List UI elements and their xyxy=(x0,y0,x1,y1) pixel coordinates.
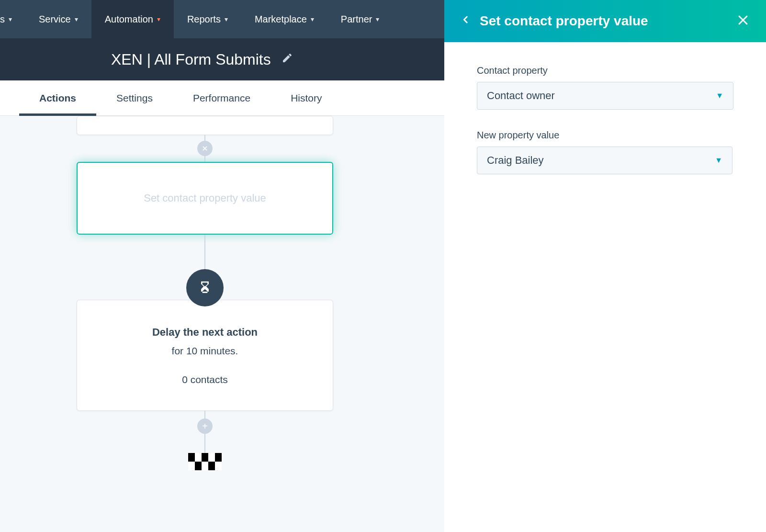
select-value: Craig Bailey xyxy=(487,154,544,167)
delay-title: Delay the next action xyxy=(152,326,258,339)
tab-label: Settings xyxy=(116,92,153,104)
tab-history[interactable]: History xyxy=(270,80,342,115)
nav-label: Marketplace xyxy=(255,14,307,25)
panel-title: Set contact property value xyxy=(480,13,728,29)
flow-connector: + xyxy=(204,411,205,441)
pencil-icon[interactable] xyxy=(282,52,293,67)
workflow-card-previous[interactable] xyxy=(77,116,333,135)
nav-label: Partner xyxy=(341,14,372,25)
flow-connector xyxy=(204,135,205,162)
tab-label: Actions xyxy=(39,92,76,104)
chevron-down-icon: ▾ xyxy=(157,15,160,23)
workflow-flow: Set contact property value Delay the nex… xyxy=(77,116,333,470)
tab-performance[interactable]: Performance xyxy=(173,80,270,115)
nav-item-automation[interactable]: Automation ▾ xyxy=(91,0,174,38)
nav-item-service[interactable]: Service ▾ xyxy=(25,0,91,38)
nav-item-partner[interactable]: Partner ▾ xyxy=(327,0,393,38)
nav-label: Service xyxy=(39,14,71,25)
add-step-button[interactable]: + xyxy=(197,419,213,434)
chevron-down-icon: ▾ xyxy=(75,15,78,23)
hourglass-icon xyxy=(186,269,224,306)
nav-item-marketplace[interactable]: Marketplace ▾ xyxy=(241,0,327,38)
caret-down-icon: ▼ xyxy=(715,156,722,165)
nav-item-truncated[interactable]: s ▾ xyxy=(0,0,25,38)
panel-header: Set contact property value xyxy=(444,0,766,42)
chevron-down-icon: ▾ xyxy=(9,15,12,23)
caret-down-icon: ▼ xyxy=(716,91,723,100)
delay-contacts-count: 0 contacts xyxy=(182,374,228,385)
new-property-value-select[interactable]: Craig Bailey ▼ xyxy=(477,147,732,174)
close-icon[interactable] xyxy=(737,13,749,29)
side-panel: Set contact property value Contact prope… xyxy=(444,0,766,532)
finish-flag-icon xyxy=(188,453,222,470)
card-label: Set contact property value xyxy=(144,192,266,204)
remove-step-button[interactable] xyxy=(197,141,213,156)
flow-connector xyxy=(204,235,205,300)
new-property-value-label: New property value xyxy=(477,130,732,141)
contact-property-label: Contact property xyxy=(477,65,732,76)
panel-body: Contact property Contact owner ▼ New pro… xyxy=(444,42,766,194)
delay-subtitle: for 10 minutes. xyxy=(172,345,238,357)
workflow-card-set-property[interactable]: Set contact property value xyxy=(77,162,333,235)
contact-property-select[interactable]: Contact owner ▼ xyxy=(477,82,733,110)
workflow-card-delay[interactable]: Delay the next action for 10 minutes. 0 … xyxy=(77,300,333,411)
back-icon[interactable] xyxy=(462,13,470,30)
tab-label: Performance xyxy=(193,92,250,104)
chevron-down-icon: ▾ xyxy=(311,15,314,23)
tab-label: History xyxy=(291,92,322,104)
nav-truncated-label: s xyxy=(0,14,5,25)
chevron-down-icon: ▾ xyxy=(376,15,379,23)
chevron-down-icon: ▾ xyxy=(225,15,228,23)
flow-connector xyxy=(204,441,205,453)
page-title: XEN | All Form Submits xyxy=(111,51,271,68)
nav-label: Automation xyxy=(105,14,153,25)
tab-settings[interactable]: Settings xyxy=(96,80,173,115)
nav-label: Reports xyxy=(187,14,221,25)
nav-item-reports[interactable]: Reports ▾ xyxy=(174,0,241,38)
tab-actions[interactable]: Actions xyxy=(19,80,96,115)
select-value: Contact owner xyxy=(487,90,555,102)
